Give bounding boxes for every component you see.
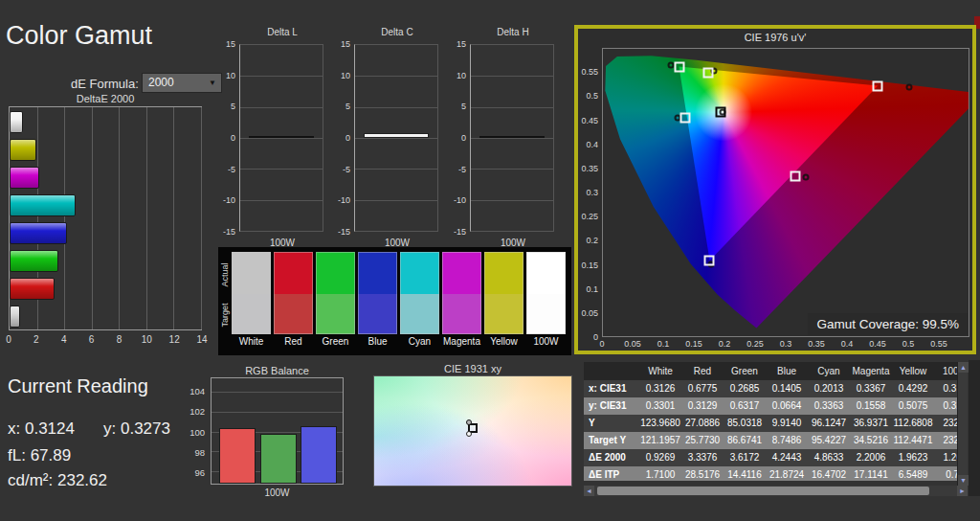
table-horizontal-scrollbar[interactable]: ◄ ► xyxy=(584,486,968,496)
delta-gridline xyxy=(240,200,323,201)
swatch-actual xyxy=(526,252,566,294)
scroll-right-icon[interactable]: ► xyxy=(957,486,968,496)
cie1976-xtick-label: 0.25 xyxy=(746,339,764,349)
swatch-magenta: Magenta xyxy=(442,252,481,351)
table-cell: 28.5176 xyxy=(681,466,724,481)
deltae-gridline xyxy=(173,107,174,329)
swatch-target xyxy=(316,294,355,334)
delta-l: Delta L 151050-5-10-15 100W xyxy=(214,27,325,257)
table-row: x: CIE310.31260.67750.26850.14050.20130.… xyxy=(584,380,957,397)
table-cell: 0.6775 xyxy=(681,380,724,397)
deltae-xtick-label: 6 xyxy=(89,334,95,345)
scrollbar-thumb[interactable] xyxy=(597,487,929,495)
cie1976-xticks: 00.050.10.150.20.250.30.350.40.450.50.55 xyxy=(602,339,969,351)
table-header-cell: White xyxy=(639,362,681,380)
swatch-label: Green xyxy=(313,336,358,347)
calman-color-gamut-screen: Color Gamut dE Formula: 2000 ▼ DeltaE 20… xyxy=(0,0,980,521)
swatch-label: Cyan xyxy=(397,336,442,347)
x-value: 0.3124 xyxy=(25,419,75,438)
table-cell: 34.5216 xyxy=(850,432,892,449)
table-vertical-scrollbar[interactable]: ▲ ▼ xyxy=(957,362,968,486)
table-row: Y123.968027.088685.03189.914096.124736.9… xyxy=(584,415,957,432)
cie1976-target-yellow xyxy=(703,67,714,78)
swatch-target xyxy=(400,294,439,334)
deltae-xtick-label: 14 xyxy=(196,334,207,345)
swatch-label: Red xyxy=(271,336,316,347)
delta-l-title: Delta L xyxy=(239,27,325,37)
table-cell: 0.70 xyxy=(934,466,957,481)
rgb-ylabels: 1041021009896 xyxy=(184,377,207,485)
cie1976-target-red xyxy=(873,80,883,91)
cie1931-measured-dot xyxy=(466,419,472,425)
deltae-bar-magenta xyxy=(10,167,39,189)
deltae-gridline xyxy=(201,107,202,329)
table-cell: 0.4292 xyxy=(892,380,934,397)
table-row-label: Y xyxy=(584,415,639,432)
deltae-xtick-label: 12 xyxy=(169,334,180,345)
table-cell: 17.1141 xyxy=(850,466,892,481)
rgb-ytick-label: 96 xyxy=(194,467,205,478)
table-cell: 232.6 xyxy=(934,415,957,432)
delta-h-title: Delta H xyxy=(470,27,556,37)
delta-ytick-label: -5 xyxy=(343,165,350,174)
cie1976-ytick-label: 0.3 xyxy=(586,188,598,197)
table-cell: 0.2685 xyxy=(724,380,766,397)
table-cell: 86.6741 xyxy=(724,432,766,449)
delta-l-ylabels: 151050-5-10-15 xyxy=(214,44,237,232)
cdm2-label: cd/m²: xyxy=(8,471,53,489)
cie1976-xtick-label: 0.5 xyxy=(902,339,915,349)
table-header-cell: Blue xyxy=(766,362,808,380)
cie1976-target-cyan xyxy=(679,113,690,124)
gamut-coverage-label: Gamut Coverage: xyxy=(816,317,919,331)
table-cell: 2.2006 xyxy=(850,449,892,466)
table-cell: 8.7486 xyxy=(766,432,808,449)
table-cell: 0.3126 xyxy=(639,380,681,397)
table-cell: 0.1405 xyxy=(766,380,808,397)
deltae-xticks: 02468101214 xyxy=(9,334,202,347)
swatch-actual xyxy=(442,252,481,294)
swatch-actual xyxy=(232,252,271,294)
cie1976-panel[interactable]: CIE 1976 u'v' 00.050.10.150.20.250.30.35… xyxy=(574,25,976,354)
delta-gridline xyxy=(355,138,437,139)
delta-l-bar xyxy=(249,136,315,138)
delta-ytick-label: -15 xyxy=(454,227,466,237)
current-reading-cdm2: cd/m²: 232.62 xyxy=(8,471,107,490)
deltae-xtick-label: 2 xyxy=(33,334,39,345)
table-cell: 0.3363 xyxy=(808,397,850,415)
delta-gridline xyxy=(471,200,553,201)
table-cell: 3.3376 xyxy=(681,449,724,466)
delta-ytick-label: 15 xyxy=(341,39,350,49)
cie1976-ytick-label: 0.4 xyxy=(586,140,598,149)
swatch-label: Blue xyxy=(355,336,400,347)
rgb-ytick-label: 102 xyxy=(189,406,205,417)
current-reading-title: Current Reading xyxy=(8,375,148,397)
table-cell: 1.9623 xyxy=(892,449,934,466)
table-header-cell: Red xyxy=(681,362,724,380)
delta-gridline xyxy=(240,107,323,108)
cie1931-marker xyxy=(468,423,478,433)
delta-ytick-label: -5 xyxy=(228,165,235,174)
rgb-ytick-label: 104 xyxy=(189,385,205,396)
delta-ytick-label: -10 xyxy=(338,195,350,205)
table-header-cell: Green xyxy=(724,362,766,380)
table-right-gap xyxy=(969,360,980,496)
cie1976-xtick-label: 0.35 xyxy=(808,339,825,349)
de-formula-dropdown[interactable]: 2000 ▼ xyxy=(142,73,222,93)
scroll-left-icon[interactable]: ◄ xyxy=(584,486,594,496)
table-cell: 0.327 xyxy=(934,397,957,415)
cie1976-xtick-label: 0.55 xyxy=(930,339,947,349)
swatch-target xyxy=(526,294,566,334)
swatch-yellow: Yellow xyxy=(484,252,523,351)
delta-ytick-label: 15 xyxy=(457,39,466,49)
scroll-down-icon[interactable]: ▼ xyxy=(958,475,969,486)
delta-gridline xyxy=(355,200,437,201)
table-cell: 16.4702 xyxy=(808,466,850,481)
delta-ytick-label: 15 xyxy=(226,39,235,49)
scroll-up-icon[interactable]: ▲ xyxy=(958,362,969,373)
delta-gridline xyxy=(240,169,323,170)
delta-ytick-label: -15 xyxy=(223,227,235,237)
rgb-xlabel: 100W xyxy=(211,487,344,498)
rgb-gridline xyxy=(212,412,343,413)
rgb-bar-green xyxy=(260,434,297,484)
cie1976-ytick-label: 0.45 xyxy=(581,116,598,125)
